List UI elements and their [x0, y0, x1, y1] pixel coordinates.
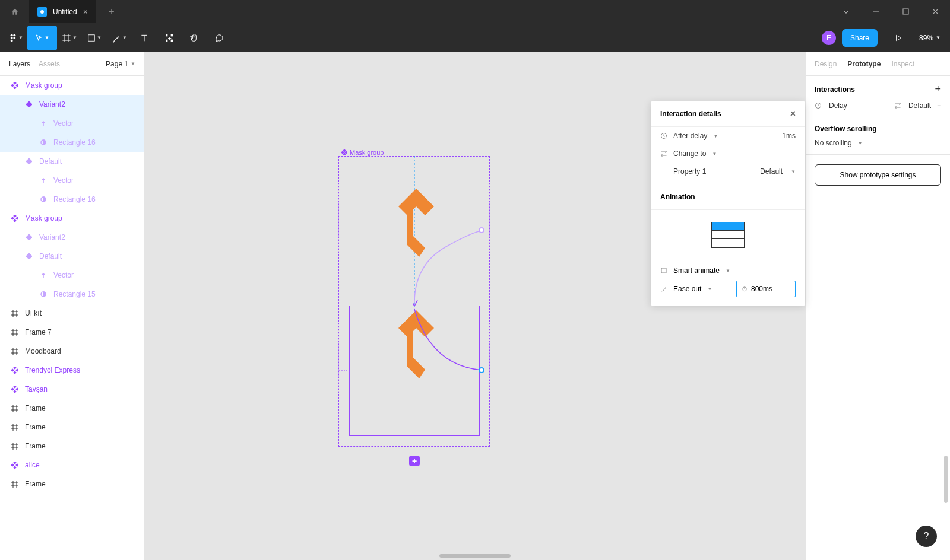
layer-row[interactable]: Mask group: [0, 76, 144, 95]
animation-type-dropdown[interactable]: Smart animate ▼: [660, 266, 796, 275]
add-variant-button[interactable]: +: [409, 456, 420, 466]
smart-animate-icon: [660, 267, 667, 274]
layer-icon: [11, 328, 19, 336]
layer-row[interactable]: Vector: [0, 114, 144, 133]
move-tool[interactable]: ▼: [27, 26, 57, 50]
minimize-button[interactable]: [861, 0, 891, 23]
design-tab[interactable]: Design: [815, 60, 837, 68]
layer-row[interactable]: Vector: [0, 266, 144, 285]
layer-row[interactable]: Moodboard: [0, 342, 144, 361]
layer-row[interactable]: Trendyol Express: [0, 361, 144, 380]
interactions-header: Interactions: [815, 85, 855, 94]
present-button[interactable]: [886, 26, 911, 50]
layer-row[interactable]: Mask group: [0, 209, 144, 228]
layer-icon: [11, 423, 19, 431]
connection-endpoint-open[interactable]: [479, 227, 484, 233]
zoom-dropdown[interactable]: 89%▼: [919, 34, 940, 42]
layer-icon: [11, 366, 19, 374]
file-tab[interactable]: Untitled ×: [29, 0, 96, 23]
svg-rect-19: [166, 39, 167, 41]
svg-point-0: [40, 10, 44, 14]
timer-icon: [742, 286, 748, 292]
resources-tool[interactable]: [157, 26, 182, 50]
svg-rect-56: [13, 390, 17, 393]
property-row[interactable]: Property 1 Default ▼: [651, 163, 805, 180]
close-popup-button[interactable]: ×: [790, 109, 796, 119]
interaction-item[interactable]: Delay Default −: [815, 101, 941, 110]
layer-row[interactable]: Vector: [0, 171, 144, 190]
right-panel-scrollbar[interactable]: [944, 456, 948, 503]
action-row[interactable]: Change to ▼: [651, 145, 805, 163]
duration-value: 800ms: [751, 285, 772, 293]
inspect-tab[interactable]: Inspect: [891, 60, 914, 68]
trigger-row[interactable]: After delay ▼ 1ms: [651, 127, 805, 145]
page-selector[interactable]: Page 1▼: [106, 60, 135, 68]
shape-tool[interactable]: ▼: [82, 26, 107, 50]
assets-tab[interactable]: Assets: [39, 60, 60, 68]
layer-label: alice: [25, 461, 40, 469]
frame-tool[interactable]: ▼: [57, 26, 82, 50]
connection-endpoint[interactable]: [479, 367, 484, 373]
layer-icon: [11, 385, 19, 393]
layer-row[interactable]: alice: [0, 456, 144, 475]
close-tab-icon[interactable]: ×: [83, 7, 88, 17]
canvas-horizontal-scrollbar[interactable]: [439, 554, 511, 558]
maximize-button[interactable]: [891, 0, 920, 23]
layer-row[interactable]: Frame: [0, 475, 144, 494]
layer-row[interactable]: Default: [0, 152, 144, 171]
prototype-connection[interactable]: [413, 229, 490, 377]
layer-row[interactable]: Frame: [0, 437, 144, 456]
svg-rect-58: [15, 387, 18, 391]
prototype-tab[interactable]: Prototype: [847, 60, 881, 68]
new-tab-button[interactable]: +: [101, 7, 122, 17]
easing-value: Ease out: [673, 285, 701, 293]
duration-input[interactable]: 800ms: [736, 281, 796, 297]
layer-row[interactable]: Variant2: [0, 95, 144, 114]
layer-row[interactable]: Frame: [0, 418, 144, 437]
show-prototype-settings-button[interactable]: Show prototype settings: [815, 164, 941, 186]
svg-rect-17: [166, 34, 167, 36]
hand-tool[interactable]: [182, 26, 207, 50]
animation-preview: [651, 210, 805, 260]
svg-point-6: [13, 34, 15, 36]
text-tool[interactable]: [132, 26, 157, 50]
svg-rect-51: [13, 367, 17, 370]
layer-row[interactable]: Rectangle 16: [0, 190, 144, 209]
layers-tab[interactable]: Layers: [9, 60, 30, 68]
svg-rect-71: [13, 462, 17, 464]
zoom-value: 89%: [919, 34, 933, 42]
layer-row[interactable]: Rectangle 15: [0, 285, 144, 304]
layer-icon: [11, 480, 19, 488]
layer-row[interactable]: Rectangle 16: [0, 133, 144, 152]
layer-row[interactable]: Frame: [0, 399, 144, 418]
svg-point-8: [13, 37, 15, 39]
collapse-button[interactable]: [831, 0, 861, 23]
easing-dropdown[interactable]: Ease out ▼: [660, 285, 730, 293]
share-button[interactable]: Share: [842, 29, 878, 47]
svg-rect-54: [15, 368, 18, 372]
layer-row[interactable]: Tavşan: [0, 380, 144, 399]
interactions-section: Interactions + Delay Default −: [806, 76, 950, 117]
layer-row[interactable]: Uı kıt: [0, 304, 144, 323]
layer-icon: [11, 461, 19, 469]
overflow-dropdown[interactable]: No scrolling ▼: [815, 139, 941, 147]
layer-row[interactable]: Variant2: [0, 228, 144, 247]
layer-icon: [11, 214, 19, 222]
close-window-button[interactable]: [920, 0, 950, 23]
layer-label: Variant2: [39, 100, 65, 109]
layer-row[interactable]: Default: [0, 247, 144, 266]
add-interaction-button[interactable]: +: [935, 83, 941, 96]
layer-label: Default: [39, 252, 62, 260]
comment-tool[interactable]: [207, 26, 232, 50]
layer-icon: [25, 252, 33, 260]
user-avatar[interactable]: E: [822, 31, 836, 45]
help-button[interactable]: ?: [916, 526, 937, 547]
main-menu-button[interactable]: ▼: [5, 26, 27, 50]
layer-row[interactable]: Frame 7: [0, 323, 144, 342]
pen-tool[interactable]: ▼: [107, 26, 132, 50]
interaction-action: Default: [908, 101, 931, 110]
home-button[interactable]: [0, 0, 29, 23]
svg-point-7: [11, 37, 13, 39]
svg-rect-72: [13, 466, 17, 469]
remove-interaction-button[interactable]: −: [937, 101, 941, 110]
